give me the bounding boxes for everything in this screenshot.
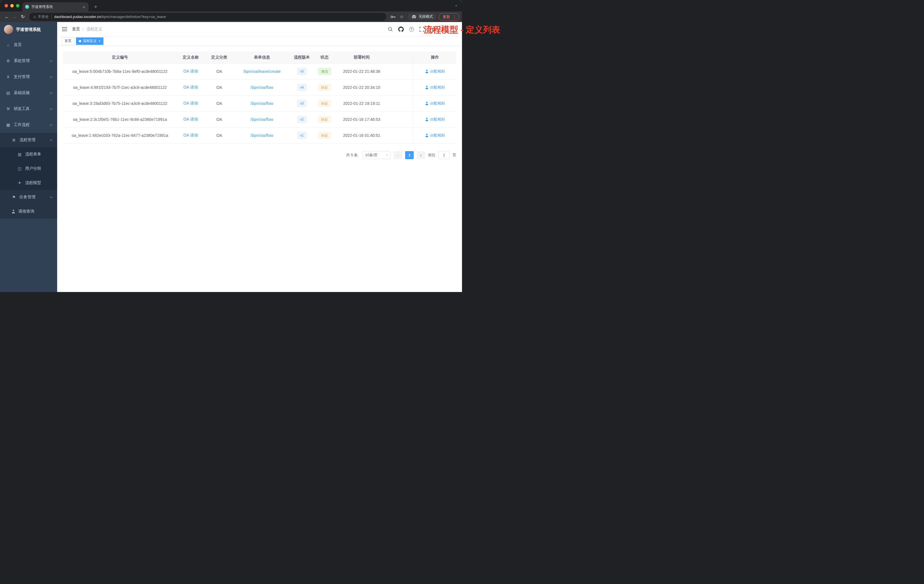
- tag-process-definition[interactable]: 流程定义 ×: [76, 38, 104, 45]
- deploy-time-cell: 2022-01-22 21:48:38: [335, 63, 388, 79]
- form-info-link[interactable]: /bpm/oa/flow: [251, 85, 273, 90]
- form-info-link[interactable]: /bpm/oa/flow: [251, 117, 273, 122]
- definition-id-cell: oa_leave:1:482ec033-762a-11ec-8477-a2380…: [63, 127, 177, 144]
- definition-name-link[interactable]: OA 请假: [183, 117, 198, 121]
- collapse-sidebar-icon[interactable]: [62, 27, 68, 31]
- definition-id-cell: oa_leave:4:991f2193-7b7f-11ec-a3c8-acde4…: [63, 79, 177, 96]
- avatar-caret-down-icon[interactable]: ⌄: [455, 30, 457, 33]
- logo-avatar: [4, 25, 13, 34]
- password-key-icon[interactable]: [391, 15, 396, 18]
- reload-button[interactable]: ↻: [19, 13, 27, 21]
- minimize-window-button[interactable]: [10, 4, 14, 7]
- definition-name-link[interactable]: OA 请假: [183, 133, 198, 137]
- col-status: 状态: [314, 51, 335, 63]
- table-row: oa_leave:1:482ec033-762a-11ec-8477-a2380…: [63, 127, 456, 144]
- definition-id-cell: oa_leave:3:1fad3d93-7b75-11ec-a3c8-acde4…: [63, 96, 177, 111]
- definition-category-cell: OA: [205, 127, 234, 144]
- tag-home[interactable]: 首页: [62, 38, 74, 45]
- back-button[interactable]: ←: [3, 13, 11, 21]
- sidebar-item-label: 请假查询: [18, 209, 34, 214]
- deploy-time-cell: 2022-01-22 19:19:11: [335, 96, 388, 111]
- new-tab-button[interactable]: +: [92, 3, 99, 11]
- form-info-link[interactable]: /bpm/oa/flow: [251, 101, 273, 106]
- search-icon[interactable]: [388, 26, 393, 32]
- next-page-button[interactable]: ›: [417, 151, 425, 159]
- sidebar-item-workflow[interactable]: ▦工作流程: [0, 117, 57, 133]
- person-icon: [425, 102, 429, 105]
- breadcrumb-separator: /: [82, 27, 84, 31]
- sidebar-item-label: 用户分组: [25, 166, 41, 171]
- fullscreen-icon[interactable]: [419, 27, 424, 32]
- definition-name-link[interactable]: OA 请假: [183, 101, 198, 106]
- bookmark-star-icon[interactable]: ☆: [400, 14, 404, 20]
- col-deploy-time: 部署时间: [335, 51, 388, 63]
- status-tag: 挂起: [318, 116, 331, 123]
- definition-category-cell: OA: [205, 79, 234, 96]
- page-unit-label: 页: [452, 153, 456, 158]
- assign-rule-link[interactable]: 分配规则: [425, 117, 445, 122]
- spacer-cell: [388, 111, 413, 127]
- assign-rule-link[interactable]: 分配规则: [425, 69, 445, 74]
- definition-name-link[interactable]: OA 请假: [183, 85, 198, 89]
- sidebar-item-infrastructure[interactable]: ▤基础设施: [0, 85, 57, 101]
- tab-close-icon[interactable]: ×: [82, 5, 86, 10]
- incognito-icon: [411, 15, 417, 18]
- tab-search-chevron-icon[interactable]: ⌄: [454, 2, 458, 7]
- url-divider: [51, 15, 52, 19]
- sidebar-item-devtools[interactable]: ⚒研发工具: [0, 101, 57, 117]
- font-size-icon[interactable]: TT: [430, 27, 434, 31]
- assign-rule-link[interactable]: 分配规则: [425, 85, 445, 90]
- col-definition-category: 定义分类: [205, 51, 234, 63]
- breadcrumb-home[interactable]: 首页: [72, 26, 80, 32]
- prev-page-button[interactable]: ‹: [394, 151, 402, 159]
- macos-window-controls[interactable]: [5, 4, 20, 7]
- update-label: 更新: [442, 14, 450, 20]
- definition-name-link[interactable]: OA 请假: [183, 69, 198, 73]
- status-tag: 挂起: [318, 84, 331, 91]
- pagination: 共 5 条 10条/页 ‹ 1 › 前往 页: [63, 151, 456, 159]
- deploy-time-cell: 2022-01-16 17:46:53: [335, 111, 388, 127]
- close-window-button[interactable]: [5, 4, 8, 7]
- sidebar-menu: ⌂首页⚙系统管理¥支付管理▤基础设施⚒研发工具▦工作流程≣流程管理▥流程表单◫用…: [0, 37, 57, 219]
- sidebar-item-task-mgmt[interactable]: ⚑任务管理: [0, 190, 57, 204]
- tag-close-icon[interactable]: ×: [99, 39, 101, 43]
- sidebar-item-leave-query[interactable]: 请假查询: [0, 204, 57, 219]
- form-info-link[interactable]: /bpm/oa/leave/create: [243, 69, 280, 74]
- sidebar-item-user-group[interactable]: ◫用户分组: [0, 162, 57, 176]
- person-icon: [425, 118, 429, 121]
- spacer-cell: [388, 127, 413, 144]
- forward-button[interactable]: →: [11, 13, 19, 21]
- form-info-link[interactable]: /bpm/oa/flow: [251, 133, 273, 138]
- browser-menu-kebab-icon[interactable]: ⋮: [452, 15, 456, 19]
- sidebar-item-system[interactable]: ⚙系统管理: [0, 53, 57, 69]
- assign-rule-link[interactable]: 分配规则: [425, 133, 445, 138]
- sidebar-item-label: 工作流程: [14, 122, 30, 127]
- sidebar-logo[interactable]: 芋道管理系统: [0, 22, 57, 37]
- sidebar-item-process-model[interactable]: ✈流程模型: [0, 176, 57, 190]
- goto-page-input[interactable]: [438, 151, 450, 159]
- sidebar-item-payment[interactable]: ¥支付管理: [0, 69, 57, 85]
- chrome-update-button[interactable]: 更新 ⋮: [439, 13, 459, 21]
- sidebar-item-process-form[interactable]: ▥流程表单: [0, 147, 57, 162]
- assign-rule-link[interactable]: 分配规则: [425, 101, 445, 106]
- total-count-label: 共 5 条: [346, 153, 358, 158]
- current-page-button[interactable]: 1: [405, 151, 414, 159]
- col-form-info: 表单信息: [234, 51, 290, 63]
- definition-category-cell: OA: [205, 111, 234, 127]
- sidebar-item-process-mgmt[interactable]: ≣流程管理: [0, 133, 57, 147]
- help-icon[interactable]: ?: [409, 27, 414, 32]
- zoom-window-button[interactable]: [16, 4, 20, 7]
- col-actions: 操作: [413, 51, 456, 63]
- address-bar[interactable]: ⚠ 不安全 dashboard.yudao.iocoder.cn /bpm/ma…: [29, 13, 386, 21]
- definition-category-cell: OA: [205, 63, 234, 79]
- select-chevron-down-icon: [386, 153, 388, 156]
- page-size-select[interactable]: 10条/页: [362, 151, 391, 159]
- github-icon[interactable]: [398, 26, 404, 32]
- breadcrumb-current: 流程定义: [86, 26, 102, 32]
- browser-tab[interactable]: 芋道管理系统 ×: [22, 2, 89, 12]
- main-area: 首页 / 流程定义 ?: [57, 22, 462, 292]
- tag-current-label: 流程定义: [83, 39, 97, 43]
- sidebar-item-home[interactable]: ⌂首页: [0, 37, 57, 53]
- infrastructure-icon: ▤: [6, 91, 11, 95]
- user-avatar[interactable]: [439, 25, 451, 33]
